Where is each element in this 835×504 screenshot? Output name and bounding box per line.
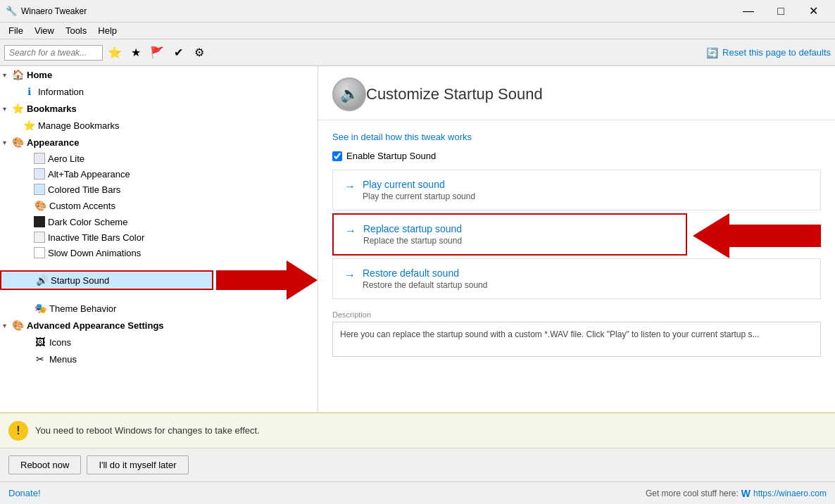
toolbar: ⭐ ★ 🚩 ✔ ⚙ 🔄 Reset this page to defaults xyxy=(0,39,835,66)
description-label: Description xyxy=(332,310,821,319)
content-icon: 🔊 xyxy=(332,77,366,111)
description-box: Here you can replace the startup sound w… xyxy=(332,322,821,357)
chevron-appearance: ▾ xyxy=(3,139,11,146)
footer-right-text: Get more cool stuff here: xyxy=(646,489,739,498)
sidebar-label-slow-animations: Slow Down Animations xyxy=(48,248,141,258)
enable-startup-sound-checkbox[interactable] xyxy=(332,151,342,161)
arrow-replace: → xyxy=(345,225,356,237)
action-restore-content: Restore default sound Restore the defaul… xyxy=(363,267,487,290)
sidebar-item-appearance[interactable]: ▾ 🎨 Appearance xyxy=(0,134,318,151)
enable-startup-sound-label: Enable Startup Sound xyxy=(346,151,436,161)
inactive-title-icon xyxy=(34,232,45,243)
check-button[interactable]: ✔ xyxy=(169,44,187,62)
action-replace-title: Replace startup sound xyxy=(363,223,462,234)
action-play-sound[interactable]: → Play current sound Play the current st… xyxy=(332,170,821,210)
reboot-now-button[interactable]: Reboot now xyxy=(8,455,81,474)
sidebar-item-menus[interactable]: ✂ Menus xyxy=(0,351,318,367)
action-restore-title: Restore default sound xyxy=(363,267,487,279)
menu-file[interactable]: File xyxy=(3,24,29,37)
sidebar-scroll: ▾ 🏠 Home ℹ Information ▾ ⭐ Bookmarks ⭐ M… xyxy=(0,66,318,412)
sidebar-item-aero-lite[interactable]: Aero Lite xyxy=(0,151,318,166)
sidebar-label-manage-bookmarks: Manage Bookmarks xyxy=(38,120,120,131)
gold-star-button[interactable]: ★ xyxy=(127,44,145,62)
description-section: Description Here you can replace the sta… xyxy=(332,310,821,357)
reset-page-button[interactable]: 🔄 Reset this page to defaults xyxy=(706,47,831,58)
sidebar-item-alt-tab[interactable]: Alt+Tab Appearance xyxy=(0,166,318,182)
sidebar-item-startup-sound[interactable]: 🔊 Startup Sound xyxy=(0,270,213,290)
dark-color-icon xyxy=(34,216,45,227)
content-arrow-body xyxy=(729,225,821,247)
content-area: 🔊 Customize Startup Sound See in detail … xyxy=(318,66,835,412)
content-body: See in detail how this tweak works Enabl… xyxy=(318,120,835,412)
sidebar-item-home[interactable]: ▾ 🏠 Home xyxy=(0,66,318,83)
manage-bookmarks-icon: ⭐ xyxy=(23,119,35,132)
chevron-adv: ▾ xyxy=(3,322,11,329)
sidebar-label-colored-title: Colored Title Bars xyxy=(48,184,120,195)
menu-bar: File View Tools Help xyxy=(0,23,835,39)
content-arrow xyxy=(693,213,821,258)
action-replace-desc: Replace the startup sound xyxy=(363,236,462,246)
winaero-url-link[interactable]: https://winaero.com xyxy=(753,489,827,498)
sidebar-item-colored-title[interactable]: Colored Title Bars xyxy=(0,182,318,197)
sidebar-label-menus: Menus xyxy=(49,354,77,365)
donate-link[interactable]: Donate! xyxy=(8,488,41,498)
close-button[interactable]: ✕ xyxy=(797,1,829,22)
sidebar-item-bookmarks[interactable]: ▾ ⭐ Bookmarks xyxy=(0,100,318,117)
custom-accents-icon: 🎨 xyxy=(34,199,46,212)
reset-icon: 🔄 xyxy=(706,47,718,58)
sidebar-item-inactive-title[interactable]: Inactive Title Bars Color xyxy=(0,229,318,245)
sidebar-item-information[interactable]: ℹ Information xyxy=(0,83,318,100)
sidebar-label-aero-lite: Aero Lite xyxy=(48,153,84,164)
maximize-button[interactable]: □ xyxy=(765,1,797,22)
footer: Donate! Get more cool stuff here: W http… xyxy=(0,481,835,504)
icons-icon: 🖼 xyxy=(34,336,46,348)
sidebar-label-inactive-title: Inactive Title Bars Color xyxy=(48,232,144,243)
warning-icon: ! xyxy=(8,421,28,441)
action-restore-sound[interactable]: → Restore default sound Restore the defa… xyxy=(332,258,821,299)
arrow-head-left xyxy=(287,260,318,300)
search-input[interactable] xyxy=(4,45,103,61)
sidebar-item-slow-animations[interactable]: Slow Down Animations xyxy=(0,245,318,260)
sidebar-item-custom-accents[interactable]: 🎨 Custom Accents xyxy=(0,197,318,214)
menu-help[interactable]: Help xyxy=(92,24,123,37)
action-replace-content: Replace startup sound Replace the startu… xyxy=(363,223,462,246)
sidebar-item-manage-bookmarks[interactable]: ⭐ Manage Bookmarks xyxy=(0,117,318,134)
reset-label: Reset this page to defaults xyxy=(722,47,831,58)
action-restore-desc: Restore the default startup sound xyxy=(363,280,487,290)
main-layout: ▾ 🏠 Home ℹ Information ▾ ⭐ Bookmarks ⭐ M… xyxy=(0,66,835,412)
sidebar-item-icons[interactable]: 🖼 Icons xyxy=(0,334,318,351)
menu-view[interactable]: View xyxy=(29,24,60,37)
home-icon: 🏠 xyxy=(11,68,24,81)
menus-icon: ✂ xyxy=(34,353,46,365)
aero-lite-icon xyxy=(34,153,45,164)
star-button[interactable]: ⭐ xyxy=(106,44,124,62)
minimize-button[interactable]: — xyxy=(732,1,765,22)
sidebar-label-alt-tab: Alt+Tab Appearance xyxy=(48,169,130,179)
chevron-bookmarks: ▾ xyxy=(3,105,11,113)
enable-startup-sound-row: Enable Startup Sound xyxy=(332,151,821,161)
menu-tools[interactable]: Tools xyxy=(60,24,92,37)
sidebar-label-home: Home xyxy=(27,70,52,80)
sidebar: ▾ 🏠 Home ℹ Information ▾ ⭐ Bookmarks ⭐ M… xyxy=(0,66,318,412)
sidebar-item-theme-behavior[interactable]: 🎭 Theme Behavior xyxy=(0,300,318,317)
arrow-play: → xyxy=(344,180,356,193)
see-detail-link[interactable]: See in detail how this tweak works xyxy=(332,132,472,142)
content-title: Customize Startup Sound xyxy=(366,85,543,103)
flag-button[interactable]: 🚩 xyxy=(148,44,166,62)
content-header: 🔊 Customize Startup Sound xyxy=(318,66,835,120)
colored-title-icon xyxy=(34,184,45,195)
action-replace-sound[interactable]: → Replace startup sound Replace the star… xyxy=(332,213,687,256)
later-button[interactable]: I'll do it myself later xyxy=(87,455,188,474)
sidebar-item-advanced-appearance[interactable]: ▾ 🎨 Advanced Appearance Settings xyxy=(0,317,318,334)
theme-behavior-icon: 🎭 xyxy=(34,302,46,315)
title-bar: 🔧 Winaero Tweaker — □ ✕ xyxy=(0,0,835,23)
slow-animations-icon xyxy=(34,247,45,258)
sidebar-label-information: Information xyxy=(38,87,84,97)
app-title: Winaero Tweaker xyxy=(21,6,732,16)
gear-button[interactable]: ⚙ xyxy=(190,44,208,62)
sidebar-label-theme-behavior: Theme Behavior xyxy=(49,303,116,314)
sidebar-item-dark-color[interactable]: Dark Color Scheme xyxy=(0,214,318,229)
sidebar-label-advanced-appearance: Advanced Appearance Settings xyxy=(27,320,164,331)
arrow-body-left xyxy=(216,270,287,290)
sidebar-arrow xyxy=(216,260,318,300)
